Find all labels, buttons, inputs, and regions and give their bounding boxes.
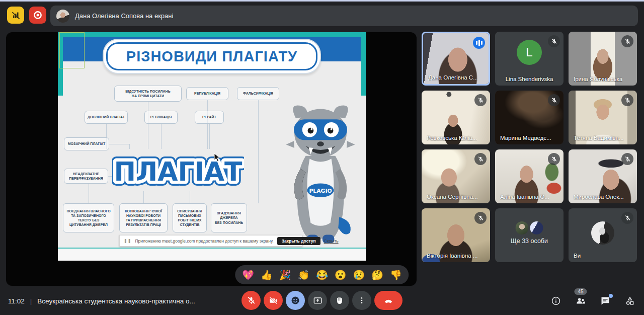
participants-button[interactable]: 45 (575, 295, 587, 307)
self-tile[interactable]: Ви (569, 208, 637, 262)
present-screen-icon (313, 296, 323, 305)
self-avatar (591, 221, 614, 245)
stop-presentation-button[interactable] (7, 7, 24, 24)
diagram-box: РЕРАЙТ (195, 111, 224, 124)
mic-off-icon (548, 153, 560, 165)
recording-button[interactable] (29, 7, 46, 24)
diagram-box: РЕПУБЛІКАЦІЯ (186, 87, 228, 100)
record-icon (33, 10, 43, 20)
overflow-tile[interactable]: Ще 33 особи (495, 208, 564, 262)
reactions-bar: 💖 👍 🎉 👏 😂 😮 😢 🤔 👎 (235, 265, 409, 284)
meet-window: Дана Олегівна Сопова на екрані РІЗНОВИДИ… (0, 0, 644, 315)
mic-off-icon (621, 35, 633, 47)
reaction-clap[interactable]: 👏 (297, 270, 309, 280)
activities-shapes-icon (625, 296, 635, 306)
participant-tile[interactable]: Аліна Іванівна О... (495, 149, 564, 203)
mouse-cursor (214, 153, 220, 162)
presenter-avatar (56, 10, 69, 23)
connector-line (143, 191, 144, 203)
connector-line (190, 191, 190, 203)
connector-line (258, 100, 259, 203)
chat-button[interactable] (599, 295, 611, 307)
connector-line (148, 102, 148, 149)
bottom-right-icons: 45 (550, 287, 636, 315)
top-bar: Дана Олегівна Сопова на екрані (0, 2, 644, 30)
svg-text:PLAGIO: PLAGIO (309, 188, 332, 194)
participant-tile[interactable]: Марина Медведє... (495, 91, 564, 144)
participant-tile[interactable]: Ірина Яблунівська (569, 32, 637, 86)
connector-line (161, 124, 162, 149)
reactions-toggle-button[interactable] (286, 291, 305, 310)
camera-toggle-button[interactable] (264, 291, 283, 310)
participant-tile[interactable]: Вікторія Іванівна ... (422, 208, 490, 262)
mic-off-icon (474, 153, 487, 165)
participant-name: Марина Медведє... (500, 135, 551, 141)
mic-off-icon (474, 94, 487, 106)
screen-share-notice: ❚❚ Приложению meet.google.com предоставл… (119, 235, 302, 247)
slide-title-badge: РІЗНОВИДИ ПЛАГІАТУ (106, 42, 317, 70)
reaction-thumbs-up[interactable]: 👍 (261, 270, 273, 280)
diagram-box: ДОСЛІВНИЙ ПЛАГІАТ (85, 111, 128, 124)
reaction-heart[interactable]: 💖 (242, 270, 254, 280)
avatar-letter: L (517, 40, 542, 65)
meeting-meta: 11:02 | Всеукраїнська студентська науков… (0, 297, 195, 305)
share-notice-text: Приложению meet.google.com предоставлен … (135, 239, 273, 244)
meeting-details-button[interactable] (550, 295, 562, 307)
shared-slide: РІЗНОВИДИ ПЛАГІАТУ ВІДСУТНІСТЬ ПОСИЛАНЬ … (58, 32, 366, 261)
presentation-stage[interactable]: РІЗНОВИДИ ПЛАГІАТУ ВІДСУТНІСТЬ ПОСИЛАНЬ … (6, 32, 417, 286)
chart-slash-icon (11, 11, 21, 20)
people-icon (575, 295, 586, 306)
mic-off-icon (548, 35, 560, 47)
connector-line (109, 144, 129, 144)
participant-name: Дана Олегівна С... (428, 74, 478, 81)
more-options-button[interactable] (352, 291, 371, 310)
mic-toggle-button[interactable] (242, 291, 261, 310)
diagram-box: ВІДСУТНІСТЬ ПОСИЛАНЬ НА ПРЯМІ ЦИТАТИ (114, 86, 182, 102)
mic-off-icon (621, 212, 633, 224)
participant-tile[interactable]: Дана Олегівна С... (422, 32, 490, 86)
participant-name: Ревковська Юліа... (427, 135, 477, 141)
hide-notice-link: Скрыть (324, 239, 339, 244)
mic-off-icon (474, 212, 487, 224)
stop-sharing-button: Закрыть доступ (277, 237, 320, 245)
participant-tile[interactable]: Оксана Сергіївна... (422, 149, 490, 203)
clock: 11:02 (8, 297, 25, 305)
participant-tile[interactable]: Тетяна Вадимівн... (569, 91, 637, 144)
participant-name: Вікторія Іванівна ... (427, 253, 477, 259)
participants-grid: Дана Олегівна С... L Lina Shenderivska І… (422, 32, 637, 262)
activities-button[interactable] (624, 295, 636, 307)
mic-off-icon (247, 296, 256, 305)
mic-off-icon (621, 153, 633, 165)
participant-name: Ірина Яблунівська (574, 76, 622, 82)
info-icon (551, 296, 561, 306)
present-button[interactable] (308, 291, 327, 310)
participant-tile[interactable]: L Lina Shenderivska (495, 32, 564, 86)
connector-line (207, 100, 208, 149)
slide-teal-right (361, 32, 366, 96)
participant-name: Оксана Сергіївна... (427, 194, 478, 200)
diagram-box: НЕАДЕКВАТНЕ ПЕРЕФРАЗУВАННЯ (64, 169, 108, 184)
selection-outline (59, 32, 85, 68)
participant-count-badge: 45 (574, 288, 587, 295)
overflow-count-label: Ще 33 особи (495, 238, 564, 245)
participant-tile[interactable]: Мирослава Олек... (569, 149, 637, 203)
participant-name: Мирослава Олек... (574, 194, 624, 200)
reaction-laugh[interactable]: 😂 (316, 270, 328, 280)
reaction-thumbs-down[interactable]: 👎 (390, 270, 402, 280)
reaction-cry[interactable]: 😢 (353, 270, 365, 280)
end-call-button[interactable] (374, 291, 403, 310)
smiley-icon (290, 295, 300, 305)
end-call-icon (383, 295, 394, 306)
diagram-box: ПОЄДНАННЯ ВЛАСНОГО ТА ЗАПОЗИЧЕНОГО ТЕКСТ… (63, 203, 114, 232)
presenting-banner: Дана Олегівна Сопова на екрані (50, 6, 638, 26)
connector-line (209, 124, 210, 149)
presenting-banner-text: Дана Олегівна Сопова на екрані (75, 12, 173, 20)
participant-tile[interactable]: Ревковська Юліа... (422, 91, 490, 144)
reaction-thinking[interactable]: 🤔 (371, 270, 383, 280)
reaction-party[interactable]: 🎉 (279, 270, 291, 280)
reaction-surprised[interactable]: 😮 (335, 270, 347, 280)
slide-title: РІЗНОВИДИ ПЛАГІАТУ (126, 48, 297, 65)
plagiat-wordmark: ПЛАГІАТ ПЛАГІАТ ПЛАГІАТ (112, 149, 244, 191)
mic-off-icon (548, 94, 560, 106)
raise-hand-button[interactable] (330, 291, 349, 310)
